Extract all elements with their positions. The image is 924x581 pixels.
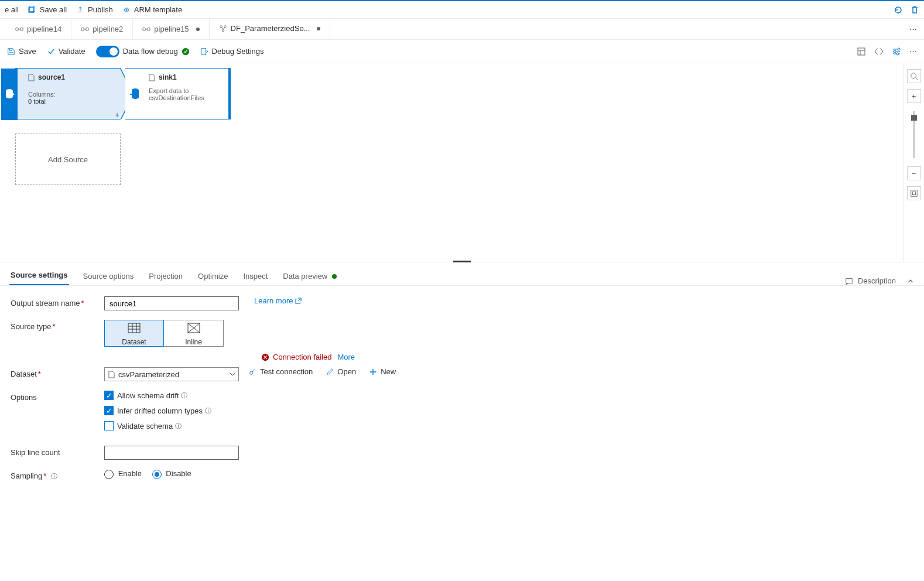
dataset-label: Dataset* (11, 367, 104, 378)
fit-screen-button[interactable] (907, 186, 921, 200)
validate-button[interactable]: Validate (47, 47, 85, 56)
tab-label: pipeline14 (27, 25, 61, 33)
test-connection-label: Test connection (260, 367, 313, 376)
test-connection-button[interactable]: Test connection (248, 367, 313, 376)
collapse-panel-icon[interactable] (906, 277, 915, 285)
output-stream-name-input[interactable] (104, 296, 239, 310)
discard-all-button[interactable]: e all (5, 5, 19, 14)
graph-view-icon[interactable] (857, 47, 866, 56)
top-command-bar: e all Save all Publish ARM template (0, 0, 924, 19)
sink-node[interactable]: sink1 Export data to csvDestinationFiles (125, 68, 231, 119)
tabs-more-button[interactable]: ⋯ (902, 19, 924, 39)
delete-icon[interactable] (910, 5, 919, 15)
tab-pipeline2[interactable]: pipeline2 (71, 19, 133, 39)
learn-more-link[interactable]: Learn more (254, 296, 302, 305)
source-node[interactable]: source1 Columns: 0 total (15, 68, 121, 119)
info-icon[interactable]: ⓘ (175, 422, 182, 430)
more-icon[interactable]: ⋯ (909, 47, 917, 56)
discard-all-label: e all (5, 5, 19, 14)
arm-template-button[interactable]: ARM template (122, 5, 182, 14)
validate-schema-label: Validate schema (117, 422, 173, 430)
svg-rect-4 (20, 28, 23, 30)
settings-icon[interactable] (892, 47, 901, 56)
sampling-disable-radio[interactable] (152, 470, 162, 479)
zoom-slider[interactable] (913, 111, 915, 158)
dataset-label: Dataset (105, 337, 163, 346)
validate-icon (47, 47, 55, 56)
tab-pipeline15[interactable]: pipeline15 (133, 19, 209, 39)
new-label: New (381, 367, 396, 376)
refresh-icon[interactable] (894, 5, 903, 15)
add-transform-button[interactable]: + (115, 110, 119, 119)
open-dataset-button[interactable]: Open (326, 367, 356, 376)
debug-settings-button[interactable]: Debug Settings (200, 47, 264, 56)
dataflow-canvas[interactable]: source1 Columns: 0 total + sink1 Export … (0, 63, 924, 262)
zoom-out-button[interactable]: − (907, 166, 921, 180)
dataset-select[interactable]: csvParameterized (104, 367, 239, 381)
learn-more-label: Learn more (254, 296, 293, 305)
infer-drifted-types-checkbox[interactable]: ✓ (104, 406, 114, 415)
source-type-dataset[interactable]: Dataset (104, 320, 164, 347)
info-icon[interactable]: ⓘ (181, 391, 187, 400)
pipeline-icon (15, 26, 23, 33)
allow-schema-drift-label: Allow schema drift (117, 391, 179, 400)
skip-line-count-label: Skip line count (11, 446, 104, 457)
document-tabs: pipeline14 pipeline2 pipeline15 DF_Param… (0, 19, 924, 40)
test-connection-icon (248, 368, 256, 376)
panel-resize-handle[interactable] (453, 261, 471, 262)
save-all-icon (28, 6, 36, 14)
chevron-down-icon (229, 371, 236, 378)
connection-error-text: Connection failed (273, 353, 331, 361)
tab-pipeline14[interactable]: pipeline14 (6, 19, 71, 39)
publish-button[interactable]: Publish (76, 5, 113, 14)
inline-icon (164, 320, 223, 337)
svg-rect-7 (143, 28, 145, 30)
svg-rect-23 (846, 278, 853, 283)
connection-error-more[interactable]: More (337, 353, 355, 361)
source-columns-label: Columns: (28, 91, 114, 98)
validate-schema-checkbox[interactable] (104, 421, 114, 430)
add-source-label: Add Source (48, 155, 88, 164)
info-icon[interactable]: ⓘ (51, 473, 57, 480)
source-settings-form: Output stream name* Learn more Source ty… (0, 286, 924, 501)
sink-node-desc: Export data to csvDestinationFiles (149, 87, 223, 101)
save-button[interactable]: Save (7, 47, 36, 56)
svg-point-11 (222, 29, 224, 32)
source-type-inline[interactable]: Inline (164, 320, 224, 347)
description-icon[interactable] (845, 277, 853, 285)
save-all-button[interactable]: Save all (28, 5, 67, 14)
tab-inspect[interactable]: Inspect (242, 267, 269, 285)
allow-schema-drift-checkbox[interactable]: ✓ (104, 391, 114, 400)
arm-template-label: ARM template (134, 5, 182, 14)
open-label: Open (337, 367, 356, 376)
new-dataset-button[interactable]: New (369, 367, 396, 376)
sampling-enable-label: Enable (118, 469, 142, 478)
debug-settings-label: Debug Settings (212, 47, 264, 56)
external-link-icon (295, 298, 302, 305)
info-icon[interactable]: ⓘ (205, 406, 211, 415)
tab-data-preview-label: Data preview (283, 272, 327, 281)
zoom-in-button[interactable]: + (907, 89, 921, 103)
sampling-enable-radio[interactable] (104, 470, 114, 479)
publish-label: Publish (88, 5, 113, 14)
debug-toggle[interactable]: Data flow debug (96, 46, 190, 57)
add-source-button[interactable]: Add Source (15, 134, 121, 185)
svg-point-15 (898, 48, 900, 50)
save-icon (7, 47, 15, 56)
tab-projection[interactable]: Projection (148, 267, 184, 285)
search-icon[interactable] (907, 69, 921, 83)
sampling-label: Sampling* ⓘ (11, 469, 104, 481)
code-view-icon[interactable] (874, 47, 884, 56)
svg-rect-25 (128, 323, 140, 333)
tab-data-preview[interactable]: Data preview (282, 267, 338, 285)
pipeline-icon (81, 26, 89, 33)
skip-line-count-input[interactable] (104, 446, 239, 460)
tab-optimize[interactable]: Optimize (197, 267, 229, 285)
infer-drifted-types-label: Infer drifted column types (117, 406, 203, 415)
debug-toggle-label: Data flow debug (123, 47, 178, 56)
tab-df-parameterized[interactable]: DF_ParameterziedSo... (210, 19, 331, 39)
tab-source-settings[interactable]: Source settings (9, 266, 69, 285)
tab-source-options[interactable]: Source options (82, 267, 135, 285)
svg-point-20 (911, 73, 916, 78)
description-label[interactable]: Description (858, 276, 896, 285)
